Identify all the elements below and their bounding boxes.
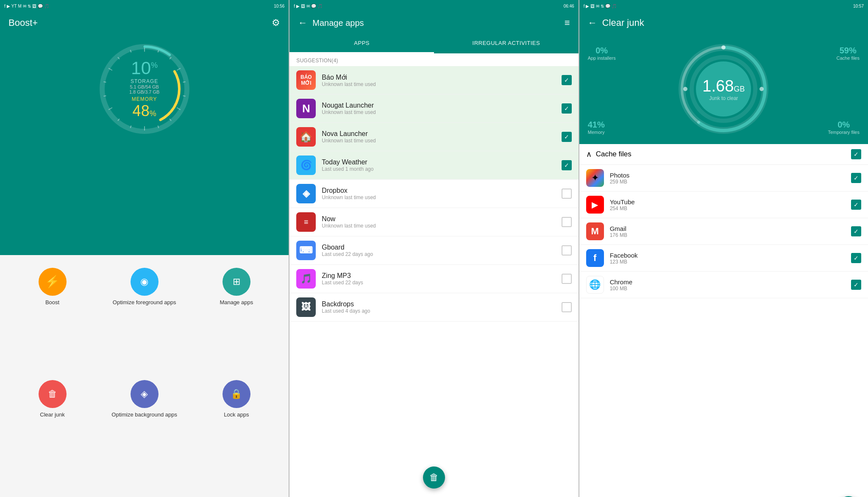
backdrops-sub: Last used 4 days ago (322, 308, 561, 314)
app-item-dropbox[interactable]: ◈ Dropbox Unknown last time used (289, 180, 578, 208)
lock-apps-icon: 🔒 (223, 380, 250, 408)
msg-icon3: 💬 (605, 4, 610, 8)
now-checkbox[interactable] (562, 217, 572, 227)
boost-button[interactable]: ⚡ Boost (8, 268, 96, 372)
manage-apps-button[interactable]: ⊞ Manage apps (192, 268, 280, 372)
weather-checkbox[interactable] (562, 160, 572, 170)
zing-checkbox[interactable] (562, 274, 572, 284)
app-item-weather[interactable]: 🌀 Today Weather Last used 1 month ago (289, 151, 578, 180)
cache-item-chrome[interactable]: 🌐 Chrome 100 MB (579, 272, 868, 298)
dropbox-checkbox[interactable] (562, 189, 572, 199)
storage-percent: 10% (129, 58, 160, 78)
mail-icon2: ✉ (306, 4, 310, 8)
gmail-name: Gmail (610, 225, 851, 232)
youtube-checkbox[interactable] (851, 200, 861, 210)
yt-icon3: ▶ (586, 4, 589, 8)
status-time-3: 10:57 (853, 4, 864, 8)
junk-sublabel: Junk to clear (702, 95, 745, 101)
app-item-gboard[interactable]: ⌨ Gboard Last used 22 days ago (289, 236, 578, 265)
gmail-size: 176 MB (610, 232, 851, 238)
svg-line-6 (183, 96, 185, 96)
status-bar-1: f ▶ YT M ✉ ⇅ 🖼 💬 🎵 10:56 (0, 0, 289, 12)
status-bar-3: f ▶ 🖼 ✉ ⇅ 💬 🎵 10:57 (579, 0, 868, 12)
back-icon-3[interactable]: ← (588, 17, 597, 28)
dropbox-name: Dropbox (322, 187, 561, 194)
bao-moi-checkbox[interactable] (562, 75, 572, 85)
status-icons-left-1: f ▶ YT M ✉ ⇅ 🖼 💬 🎵 (4, 4, 49, 8)
cache-item-gmail[interactable]: M Gmail 176 MB (579, 218, 868, 245)
cache-item-youtube[interactable]: ▶ YouTube 254 MB (579, 192, 868, 218)
gmail-icon: M (18, 4, 22, 8)
gmail-checkbox[interactable] (851, 226, 861, 236)
cache-item-photos[interactable]: ✦ Photos 259 MB (579, 165, 868, 192)
junk-chart-section: 0% App installers 59% Cache files 41% Me… (579, 34, 868, 144)
app-item-bao-moi[interactable]: BÁOMỚI Báo Mới Unknown last time used (289, 66, 578, 94)
app-item-now[interactable]: ≡ Now Unknown last time used (289, 208, 578, 236)
optimize-fg-icon: ◉ (131, 268, 159, 296)
fab-delete-button[interactable]: 🗑 (423, 466, 445, 489)
tab-irregular[interactable]: IRREGULAR ACTIVITIES (434, 34, 579, 53)
gboard-sub: Last used 22 days ago (322, 251, 561, 257)
chevron-up-icon[interactable]: ∧ (586, 150, 592, 159)
apps-list: SUGGESTION(4) BÁOMỚI Báo Mới Unknown las… (289, 53, 578, 497)
app-installers-label: App installers (588, 56, 616, 61)
storage-label: STORAGE (129, 78, 160, 84)
svg-line-15 (103, 82, 106, 82)
tab-apps[interactable]: APPS (289, 34, 434, 53)
now-info: Now Unknown last time used (322, 215, 561, 229)
share-icon3: ⇅ (601, 4, 604, 8)
clear-junk-button[interactable]: 🗑 Clear junk (8, 380, 96, 484)
app-item-nougat[interactable]: N Nougat Launcher Unknown last time used (289, 94, 578, 123)
app-installers-pct: 0% (588, 46, 616, 56)
chrome-size: 100 MB (610, 286, 851, 292)
status-bar-2: f ▶ 🖼 ✉ 💬 🎵 06:46 (289, 0, 578, 12)
boost-title: Boost+ (8, 17, 38, 28)
fb-icon2: f (294, 4, 295, 8)
gboard-checkbox[interactable] (562, 245, 572, 255)
fb-icon: f (4, 4, 6, 8)
cache-files-label-group: 59% Cache files (837, 46, 860, 61)
gboard-info: Gboard Last used 22 days ago (322, 244, 561, 257)
clear-junk-title: Clear junk (602, 17, 644, 28)
optimize-fg-label: Optimize foreground apps (113, 299, 176, 306)
msg-icon: 💬 (38, 4, 43, 8)
clear-junk-label: Clear junk (40, 411, 65, 419)
boost-icon: ⚡ (39, 268, 67, 296)
nova-icon: 🏠 (296, 127, 316, 147)
app-item-nova[interactable]: 🏠 Nova Launcher Unknown last time used (289, 123, 578, 151)
cache-item-facebook[interactable]: f Facebook 123 MB (579, 245, 868, 272)
manage-apps-icon: ⊞ (223, 268, 250, 296)
memory-label-group: 41% Memory (588, 120, 605, 135)
optimize-bg-button[interactable]: ◈ Optimize background apps (100, 380, 188, 484)
cache-list: ∧ Cache files ✦ Photos 259 MB ▶ YouTube … (579, 144, 868, 497)
memory-label: MEMORY (129, 96, 160, 102)
fb-icon3: f (584, 4, 585, 8)
weather-info: Today Weather Last used 1 month ago (322, 158, 561, 172)
cache-section-checkbox[interactable] (851, 149, 861, 159)
boost-gauge-area: 10% STORAGE 5.1 GB/54 GB 1.8 GB/3.7 GB M… (0, 34, 289, 255)
facebook-checkbox[interactable] (851, 253, 861, 263)
app-item-backdrops[interactable]: 🖼 Backdrops Last used 4 days ago (289, 293, 578, 322)
app-installers-label-group: 0% App installers (588, 46, 616, 61)
filter-icon[interactable]: ≡ (565, 17, 570, 28)
boost-header: Boost+ ⚙ (0, 12, 289, 34)
chrome-checkbox[interactable] (851, 280, 861, 290)
transfer-icon: ⇅ (28, 4, 31, 8)
nougat-name: Nougat Launcher (322, 102, 561, 109)
junk-size: 1.68GB (702, 77, 745, 95)
nova-checkbox[interactable] (562, 132, 572, 142)
msg-icon2: 💬 (311, 4, 316, 8)
photos-checkbox[interactable] (851, 173, 861, 183)
dropbox-icon: ◈ (296, 184, 316, 203)
back-icon-2[interactable]: ← (298, 17, 307, 28)
cache-section-title: Cache files (596, 150, 851, 158)
backdrops-checkbox[interactable] (562, 302, 572, 312)
nougat-checkbox[interactable] (562, 103, 572, 114)
app-item-zing[interactable]: 🎵 Zing MP3 Last used 22 days (289, 265, 578, 293)
cache-files-pct: 59% (837, 46, 860, 56)
svg-line-14 (103, 96, 106, 96)
settings-icon[interactable]: ⚙ (272, 17, 280, 28)
lock-apps-button[interactable]: 🔒 Lock apps (192, 380, 280, 484)
youtube-size: 254 MB (610, 205, 851, 211)
optimize-fg-button[interactable]: ◉ Optimize foreground apps (100, 268, 188, 372)
